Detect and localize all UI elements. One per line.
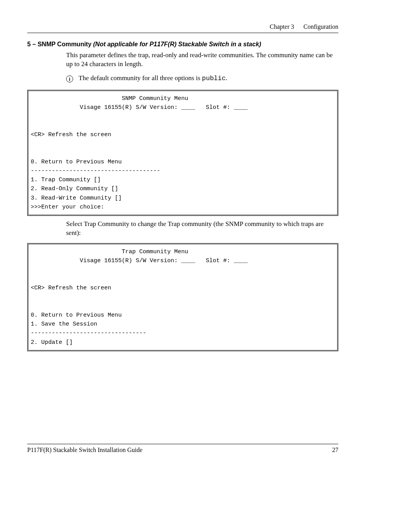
info-text: The default community for all three opti… bbox=[79, 74, 228, 82]
header-title: Configuration bbox=[303, 23, 338, 30]
info-mono: public bbox=[202, 75, 226, 82]
footer-page-number: 27 bbox=[332, 447, 338, 454]
info-icon: i bbox=[66, 75, 73, 82]
page-header: Chapter 3 Configuration bbox=[27, 23, 338, 33]
terminal-snmp-community: SNMP Community Menu Visage 16155(R) S/W … bbox=[27, 90, 338, 216]
info-text-before: The default community for all three opti… bbox=[79, 74, 202, 82]
header-chapter: Chapter 3 bbox=[270, 23, 294, 30]
section-italic: (Not applicable for P117F(R) Stackable S… bbox=[93, 41, 261, 47]
paragraph-1: This parameter defines the trap, read-on… bbox=[66, 51, 338, 69]
info-line: i The default community for all three op… bbox=[66, 74, 338, 82]
section-heading: 5 – SNMP Community (Not applicable for P… bbox=[27, 41, 338, 48]
footer-title: P117F(R) Stackable Switch Installation G… bbox=[27, 447, 142, 454]
paragraph-2: Select Trap Community to change the Trap… bbox=[66, 220, 338, 238]
terminal-trap-community: Trap Community Menu Visage 16155(R) S/W … bbox=[27, 243, 338, 351]
info-text-after: . bbox=[226, 74, 227, 82]
page-footer: P117F(R) Stackable Switch Installation G… bbox=[27, 444, 338, 454]
section-prefix: 5 – SNMP Community bbox=[27, 41, 93, 47]
